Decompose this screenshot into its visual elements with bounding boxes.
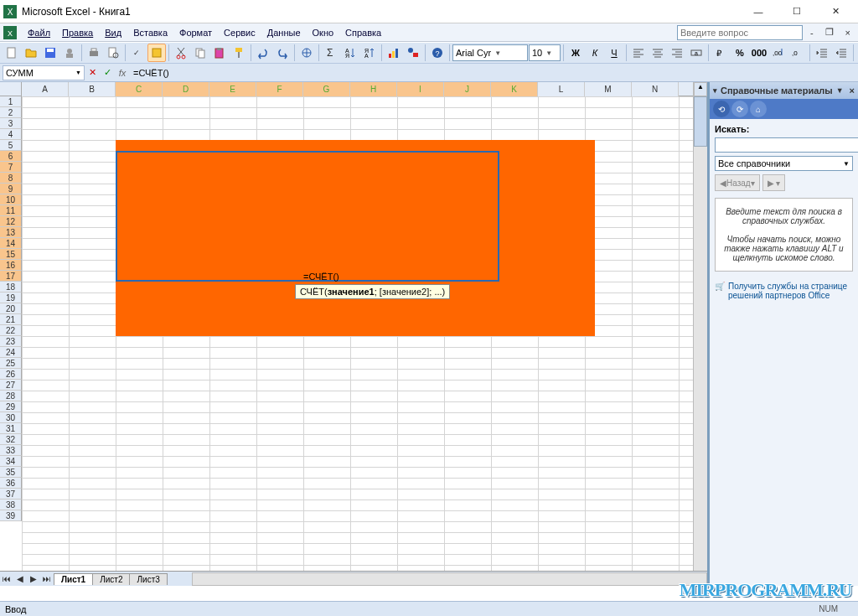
- cells-grid[interactable]: =СЧЁТ() СЧЁТ(значение1; [значение2]; ...…: [22, 96, 707, 571]
- sheet-tab-1[interactable]: Лист1: [54, 573, 93, 585]
- scroll-up-button[interactable]: ▲: [694, 82, 707, 96]
- row-header[interactable]: 18: [0, 282, 22, 292]
- menu-edit[interactable]: Правка: [56, 26, 99, 39]
- row-header[interactable]: 5: [0, 140, 22, 151]
- column-header[interactable]: N: [632, 82, 679, 96]
- row-header[interactable]: 38: [0, 500, 22, 510]
- row-header[interactable]: 8: [0, 173, 22, 184]
- sheet-nav-prev[interactable]: ◀: [13, 572, 27, 586]
- doc-minimize-button[interactable]: -: [806, 28, 818, 38]
- open-button[interactable]: [22, 44, 40, 62]
- row-header[interactable]: 10: [0, 194, 22, 205]
- row-header[interactable]: 19: [0, 292, 22, 303]
- increase-indent-button[interactable]: [832, 44, 850, 62]
- sheet-nav-first[interactable]: ⏮: [0, 572, 13, 586]
- cut-button[interactable]: [172, 44, 190, 62]
- scroll-thumb[interactable]: [694, 96, 707, 147]
- menu-data[interactable]: Данные: [261, 26, 307, 39]
- column-header[interactable]: K: [491, 82, 538, 96]
- editing-cell[interactable]: =СЧЁТ(): [303, 272, 339, 282]
- close-button[interactable]: ✕: [816, 0, 855, 23]
- row-header[interactable]: 27: [0, 380, 22, 391]
- underline-button[interactable]: Ч: [605, 44, 623, 62]
- row-header[interactable]: 26: [0, 369, 22, 380]
- row-header[interactable]: 16: [0, 260, 22, 271]
- research-search-input[interactable]: [715, 137, 858, 153]
- italic-button[interactable]: К: [586, 44, 604, 62]
- font-size-select[interactable]: 10▼: [529, 44, 561, 61]
- menu-help[interactable]: Справка: [339, 26, 387, 39]
- select-all-corner[interactable]: [0, 82, 22, 96]
- row-header[interactable]: 12: [0, 216, 22, 227]
- autosum-button[interactable]: Σ: [322, 44, 340, 62]
- row-header[interactable]: 34: [0, 456, 22, 467]
- row-header[interactable]: 28: [0, 391, 22, 401]
- align-right-button[interactable]: [668, 44, 686, 62]
- taskpane-footer-link[interactable]: 🛒 Получить службы на странице решений па…: [710, 277, 858, 305]
- minimize-button[interactable]: —: [739, 0, 778, 23]
- menu-insert[interactable]: Вставка: [127, 26, 173, 39]
- permission-button[interactable]: [60, 44, 79, 62]
- taskpane-back-icon[interactable]: ⟲: [713, 101, 730, 117]
- menu-file[interactable]: Файл: [22, 26, 56, 39]
- row-header[interactable]: 30: [0, 412, 22, 423]
- comma-style-button[interactable]: 000: [750, 44, 768, 62]
- column-header[interactable]: M: [585, 82, 632, 96]
- row-header[interactable]: 6: [0, 151, 22, 162]
- column-header[interactable]: E: [209, 82, 256, 96]
- menu-service[interactable]: Сервис: [218, 26, 261, 39]
- enter-formula-button[interactable]: ✓: [100, 65, 115, 80]
- column-header[interactable]: I: [397, 82, 444, 96]
- row-header[interactable]: 22: [0, 325, 22, 336]
- decrease-indent-button[interactable]: [813, 44, 831, 62]
- merge-center-button[interactable]: a: [687, 44, 706, 62]
- taskpane-home-icon[interactable]: ⌂: [750, 101, 767, 117]
- menu-format[interactable]: Формат: [173, 26, 218, 39]
- column-header[interactable]: G: [303, 82, 350, 96]
- bold-button[interactable]: Ж: [566, 44, 585, 62]
- column-header[interactable]: F: [256, 82, 303, 96]
- row-header[interactable]: 21: [0, 314, 22, 325]
- column-header[interactable]: L: [538, 82, 585, 96]
- row-header[interactable]: 11: [0, 205, 22, 216]
- row-header[interactable]: 37: [0, 489, 22, 500]
- decrease-decimal-button[interactable]: ,0: [788, 44, 807, 62]
- column-header[interactable]: H: [350, 82, 397, 96]
- taskpane-close-button[interactable]: ×: [850, 85, 855, 96]
- sheet-tab-3[interactable]: Лист3: [129, 573, 167, 585]
- column-header[interactable]: J: [444, 82, 491, 96]
- paste-button[interactable]: [210, 44, 229, 62]
- formula-input[interactable]: =СЧЁТ(): [130, 68, 855, 78]
- redo-button[interactable]: [273, 44, 292, 62]
- research-back-button[interactable]: ◀ Назад ▾: [715, 174, 760, 191]
- row-header[interactable]: 7: [0, 162, 22, 173]
- row-header[interactable]: 2: [0, 107, 22, 118]
- sheet-nav-last[interactable]: ⏭: [40, 572, 54, 586]
- new-button[interactable]: [3, 44, 21, 62]
- doc-close-button[interactable]: ×: [841, 28, 855, 38]
- column-header[interactable]: B: [69, 82, 116, 96]
- sheet-nav-next[interactable]: ▶: [27, 572, 40, 586]
- sort-asc-button[interactable]: AЯ: [341, 44, 359, 62]
- save-button[interactable]: [41, 44, 59, 62]
- row-header[interactable]: 32: [0, 434, 22, 445]
- row-header[interactable]: 24: [0, 347, 22, 358]
- sheet-tab-2[interactable]: Лист2: [92, 573, 130, 585]
- column-header[interactable]: A: [22, 82, 69, 96]
- row-header[interactable]: 14: [0, 238, 22, 249]
- help-search-input[interactable]: [677, 25, 803, 40]
- research-button[interactable]: [147, 44, 166, 62]
- row-header[interactable]: 20: [0, 303, 22, 314]
- row-header[interactable]: 39: [0, 510, 22, 521]
- fx-button[interactable]: fx: [115, 65, 130, 80]
- undo-button[interactable]: [254, 44, 272, 62]
- print-preview-button[interactable]: [104, 44, 122, 62]
- taskpane-menu-icon[interactable]: ▾: [713, 86, 717, 95]
- row-header[interactable]: 4: [0, 129, 22, 140]
- row-header[interactable]: 13: [0, 227, 22, 238]
- taskpane-dropdown-icon[interactable]: ▼: [836, 86, 844, 95]
- chart-wizard-button[interactable]: [385, 44, 403, 62]
- cancel-formula-button[interactable]: ✕: [85, 65, 100, 80]
- row-header[interactable]: 3: [0, 118, 22, 129]
- doc-restore-button[interactable]: ❐: [821, 27, 838, 38]
